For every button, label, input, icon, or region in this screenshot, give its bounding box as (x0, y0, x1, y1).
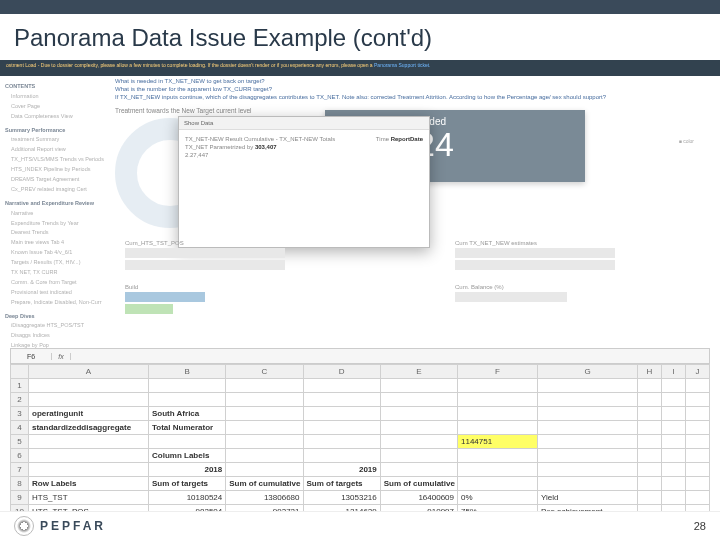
cell[interactable] (226, 449, 303, 463)
cell[interactable] (226, 407, 303, 421)
cell[interactable]: 2019 (303, 463, 380, 477)
table-row[interactable]: 6Column Labels (11, 449, 710, 463)
cell[interactable] (226, 421, 303, 435)
table-row[interactable]: 8Row LabelsSum of targetsSum of cumulati… (11, 477, 710, 491)
cell[interactable] (538, 463, 638, 477)
sb-item[interactable]: iDisaggregate HTS_POS/TST (5, 321, 105, 331)
cell[interactable]: Total Numerator (149, 421, 226, 435)
sb-item[interactable]: Comm. & Core from Target (5, 278, 105, 288)
sb-item[interactable]: Prepare, Indicate Disabled, Non-Curr (5, 298, 105, 308)
cell[interactable] (29, 463, 149, 477)
cell[interactable] (662, 477, 686, 491)
cell[interactable] (638, 393, 662, 407)
cell[interactable] (662, 379, 686, 393)
cell[interactable]: HTS_TST (29, 491, 149, 505)
cell[interactable]: operatingunit (29, 407, 149, 421)
cell[interactable] (29, 435, 149, 449)
cell[interactable] (686, 393, 710, 407)
table-row[interactable]: 51144751 (11, 435, 710, 449)
cell[interactable] (638, 407, 662, 421)
cell[interactable] (686, 463, 710, 477)
cell[interactable] (638, 421, 662, 435)
cell[interactable] (29, 379, 149, 393)
sb-item[interactable]: Provisional test indicated (5, 288, 105, 298)
cell[interactable] (226, 435, 303, 449)
sb-item[interactable]: Cover Page (5, 102, 105, 112)
sb-item[interactable]: Targets / Results (TX, HIV...) (5, 258, 105, 268)
sb-item[interactable]: Cx_PREV related imaging Cert (5, 185, 105, 195)
table-row[interactable]: 4standardizeddisaggregateTotal Numerator (11, 421, 710, 435)
cell[interactable] (149, 393, 226, 407)
cell[interactable]: Sum of cumulative (226, 477, 303, 491)
cell[interactable] (303, 449, 380, 463)
cell[interactable] (686, 379, 710, 393)
cell[interactable] (686, 449, 710, 463)
formula-bar[interactable]: F6 fx (10, 348, 710, 364)
cell[interactable] (380, 393, 457, 407)
table-row[interactable]: 720182019 (11, 463, 710, 477)
cell[interactable] (538, 393, 638, 407)
cell[interactable] (638, 449, 662, 463)
table-row[interactable]: 3operatingunitSouth Africa (11, 407, 710, 421)
cell[interactable]: Column Labels (149, 449, 226, 463)
sb-item[interactable]: Expenditure Trends by Year (5, 219, 105, 229)
sb-item[interactable]: Dearest Trends (5, 228, 105, 238)
cell[interactable]: 13053216 (303, 491, 380, 505)
sb-item[interactable]: Data Completeness View (5, 112, 105, 122)
cell[interactable] (303, 393, 380, 407)
cell[interactable] (638, 435, 662, 449)
sb-item[interactable]: Additional Report view (5, 145, 105, 155)
cell[interactable] (380, 449, 457, 463)
cell[interactable] (638, 463, 662, 477)
sb-item[interactable]: DREAMS Target Agreement (5, 175, 105, 185)
cell[interactable] (458, 393, 538, 407)
sb-item[interactable]: Disaggs Indices (5, 331, 105, 341)
sb-item[interactable]: Narrative (5, 209, 105, 219)
sb-item[interactable]: treatment Summary (5, 135, 105, 145)
cell[interactable] (686, 421, 710, 435)
cell[interactable] (538, 379, 638, 393)
cell[interactable] (226, 463, 303, 477)
cell[interactable] (458, 379, 538, 393)
cell[interactable] (538, 421, 638, 435)
cell[interactable]: Sum of cumulative (380, 477, 457, 491)
cell[interactable]: 10180524 (149, 491, 226, 505)
sb-item[interactable]: Main tree views Tab 4 (5, 238, 105, 248)
cell[interactable] (303, 379, 380, 393)
cell[interactable]: Yield (538, 491, 638, 505)
cell[interactable] (538, 435, 638, 449)
cell[interactable] (303, 435, 380, 449)
cell[interactable] (226, 393, 303, 407)
cell[interactable] (662, 407, 686, 421)
cell[interactable]: 13806680 (226, 491, 303, 505)
cell[interactable] (538, 477, 638, 491)
cell[interactable]: 16400609 (380, 491, 457, 505)
cell[interactable]: Sum of targets (149, 477, 226, 491)
cell[interactable] (638, 379, 662, 393)
cell[interactable] (380, 435, 457, 449)
cell[interactable] (458, 407, 538, 421)
sb-item[interactable]: Information (5, 92, 105, 102)
cell[interactable] (380, 407, 457, 421)
cell[interactable]: 0% (458, 491, 538, 505)
cell[interactable]: South Africa (149, 407, 226, 421)
cell[interactable] (303, 407, 380, 421)
cell[interactable] (638, 477, 662, 491)
cell[interactable] (686, 435, 710, 449)
cell[interactable] (149, 379, 226, 393)
cell[interactable] (662, 463, 686, 477)
table-row[interactable]: 9HTS_TST10180524138066801305321616400609… (11, 491, 710, 505)
cell[interactable] (662, 393, 686, 407)
cell[interactable] (226, 379, 303, 393)
sb-item[interactable]: TX_HTS/VLS/MMS Trends vs Periods (5, 155, 105, 165)
cell[interactable] (303, 421, 380, 435)
cell[interactable] (686, 491, 710, 505)
cell[interactable]: 1144751 (458, 435, 538, 449)
cell[interactable]: Sum of targets (303, 477, 380, 491)
sb-item[interactable]: HTS_INDEX Pipeline by Periods (5, 165, 105, 175)
cell[interactable] (380, 379, 457, 393)
cell[interactable] (380, 421, 457, 435)
cell[interactable] (662, 421, 686, 435)
cell[interactable] (662, 491, 686, 505)
sb-item[interactable]: TX NET, TX CURR (5, 268, 105, 278)
